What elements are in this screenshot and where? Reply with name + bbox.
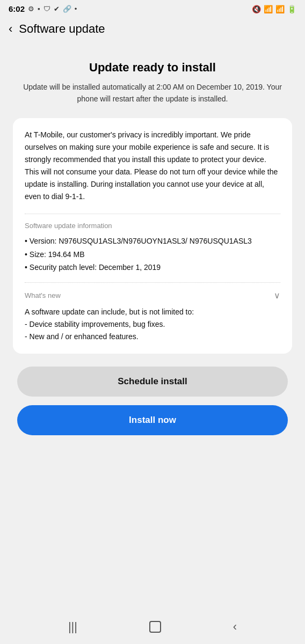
link-icon: 🔗 — [63, 5, 71, 13]
version-info: • Version: N976USQU1ASL3/N976UOYN1ASL3/ … — [25, 235, 280, 247]
recent-apps-button[interactable]: ||| — [68, 620, 77, 634]
bottom-nav: ||| ‹ — [0, 610, 305, 644]
buttons-section: Schedule install Install now — [13, 367, 292, 435]
settings-icon: ⚙ — [28, 5, 34, 13]
top-nav: ‹ Software update — [0, 16, 305, 45]
schedule-install-button[interactable]: Schedule install — [17, 367, 288, 397]
status-right: 🔇 📶 📶 🔋 — [252, 5, 296, 13]
install-now-button[interactable]: Install now — [17, 405, 288, 435]
whats-new-line-3: - New and / or enhanced features. — [25, 331, 280, 343]
software-update-info-title: Software update information — [25, 222, 280, 230]
shield-icon: 🛡 — [43, 5, 50, 13]
back-button[interactable]: ‹ — [9, 23, 12, 35]
software-update-info-section: Software update information • Version: N… — [25, 214, 280, 273]
security-patch-info: • Security patch level: December 1, 2019 — [25, 261, 280, 273]
status-bar: 6:02 ⚙ ▪ 🛡 ✔ 🔗 • 🔇 📶 📶 🔋 — [0, 0, 305, 16]
whats-new-title: What's new — [25, 291, 61, 299]
signal-icon: 📶 — [275, 5, 285, 13]
status-left: 6:02 ⚙ ▪ 🛡 ✔ 🔗 • — [9, 4, 77, 13]
main-content: Update ready to install Update will be i… — [0, 45, 305, 446]
dot-icon: • — [75, 5, 77, 13]
screen-icon: ▪ — [38, 5, 40, 13]
update-heading-section: Update ready to install Update will be i… — [13, 50, 292, 118]
whats-new-header: What's new ∨ — [25, 290, 280, 301]
update-title: Update ready to install — [18, 61, 287, 75]
page-title: Software update — [19, 22, 105, 36]
mute-icon: 🔇 — [252, 5, 261, 13]
whats-new-line-2: - Device stability improvements, bug fix… — [25, 318, 280, 331]
wifi-icon: 📶 — [264, 5, 273, 13]
status-time: 6:02 — [9, 4, 25, 13]
update-description: Update will be installed automatically a… — [18, 81, 287, 105]
home-button[interactable] — [149, 621, 161, 633]
chevron-down-icon[interactable]: ∨ — [274, 290, 280, 301]
whats-new-line-1: A software update can include, but is no… — [25, 306, 280, 318]
privacy-text: At T-Mobile, our customer's privacy is i… — [25, 129, 280, 203]
back-nav-button[interactable]: ‹ — [233, 620, 237, 634]
info-card: At T-Mobile, our customer's privacy is i… — [13, 118, 292, 354]
battery-icon: 🔋 — [287, 5, 296, 13]
check-icon: ✔ — [54, 5, 60, 13]
whats-new-section: What's new ∨ A software update can inclu… — [25, 282, 280, 343]
size-info: • Size: 194.64 MB — [25, 248, 280, 260]
